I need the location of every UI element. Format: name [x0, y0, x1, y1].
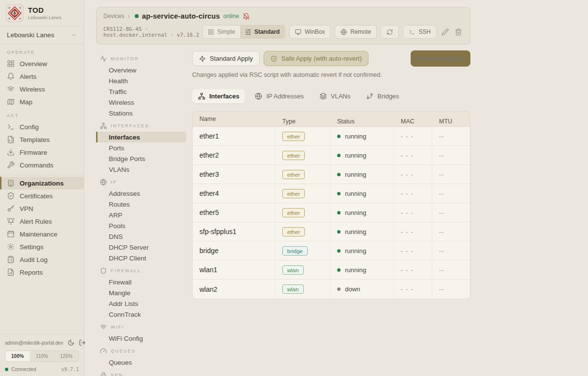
- tab-ip-addresses[interactable]: IP Addresses: [249, 89, 309, 103]
- sidebar-item-map[interactable]: Map: [0, 95, 84, 108]
- mtu-cell: --: [432, 165, 470, 184]
- subnav-item-wifi-config[interactable]: WiFi Config: [96, 333, 186, 344]
- clipboard-icon: [7, 256, 15, 263]
- subnav-item-health[interactable]: Health: [96, 75, 186, 86]
- terminal-icon: [7, 123, 15, 131]
- status-dot: [337, 230, 341, 234]
- sidebar-nav: OPERATE Overview Alerts Wireless Map ACT…: [0, 44, 84, 279]
- table-row[interactable]: wlan1 wlan running - - - --: [193, 260, 470, 280]
- sidebar-item-alerts[interactable]: Alerts: [0, 70, 84, 83]
- sidebar-item-alert-rules[interactable]: Alert Rules: [0, 215, 84, 228]
- grid-icon: [7, 60, 15, 68]
- table-row[interactable]: ether4 ether running - - - --: [193, 184, 470, 203]
- table-row[interactable]: ether3 ether running - - - --: [193, 165, 470, 184]
- mtu-cell: --: [432, 280, 470, 299]
- subnav-item-stations[interactable]: Stations: [96, 108, 186, 118]
- table-header: Name Type Status MAC MTU: [193, 112, 470, 127]
- simple-mode-button[interactable]: Simple: [203, 25, 240, 38]
- zoom-option-110[interactable]: 110%: [30, 351, 54, 361]
- zoom-option-125[interactable]: 125%: [54, 351, 78, 361]
- review-apply-button[interactable]: Review & Apply: [411, 50, 470, 67]
- sidebar-item-maintenance[interactable]: Maintenance: [0, 228, 84, 240]
- table-row[interactable]: wlan2 wlan down - - - --: [193, 280, 470, 299]
- section-label-operate: OPERATE: [0, 45, 84, 57]
- status-dot: [337, 135, 341, 138]
- sidebar-item-settings[interactable]: Settings: [0, 240, 84, 253]
- dark-mode-toggle[interactable]: [68, 339, 74, 346]
- tab-vlans[interactable]: VLANs: [314, 89, 356, 103]
- type-badge: wlan: [282, 284, 304, 294]
- key-icon: [7, 205, 15, 212]
- subnav-item-routes[interactable]: Routes: [96, 199, 186, 210]
- standard-mode-button[interactable]: Standard: [240, 25, 285, 38]
- edit-button[interactable]: [441, 27, 450, 37]
- map-icon: [7, 98, 15, 106]
- subnav-item-conntrack[interactable]: ConnTrack: [96, 309, 186, 320]
- subnav-item-bridge-ports[interactable]: Bridge Ports: [96, 153, 186, 164]
- subnav-item-dhcp-client[interactable]: DHCP Client: [96, 253, 186, 263]
- sidebar-item-certificates[interactable]: Certificates: [0, 189, 84, 202]
- tab-bridges[interactable]: Bridges: [360, 89, 405, 103]
- subnav-item-addr-lists[interactable]: Addr Lists: [96, 298, 186, 309]
- status-dot: [337, 211, 341, 214]
- sidebar-item-templates[interactable]: Templates: [0, 133, 84, 146]
- device-actions: Simple Standard WinBox Remote SSH: [202, 25, 463, 39]
- subnav-item-pools[interactable]: Pools: [96, 220, 186, 231]
- status-cell: running: [330, 241, 393, 260]
- ssh-button[interactable]: SSH: [403, 25, 437, 39]
- brand-subtitle: Lebowski Lanes: [28, 15, 61, 20]
- sidebar-item-wireless[interactable]: Wireless: [0, 83, 84, 95]
- mtu-cell: --: [432, 127, 470, 146]
- zoom-option-100[interactable]: 100%: [5, 351, 30, 361]
- mac-cell: - - -: [393, 280, 432, 299]
- sidebar-item-audit-log[interactable]: Audit Log: [0, 253, 84, 266]
- subnav-item-firewall[interactable]: Firewall: [96, 277, 186, 287]
- standard-apply-button[interactable]: Standard Apply: [192, 51, 260, 66]
- terminal-icon: [409, 29, 415, 35]
- download-icon: [7, 148, 15, 156]
- subnav-item-ports[interactable]: Ports: [96, 142, 186, 153]
- table-row[interactable]: ether5 ether running - - - --: [193, 203, 470, 222]
- remote-button[interactable]: Remote: [335, 25, 377, 39]
- subnav-item-traffic[interactable]: Traffic: [96, 86, 186, 97]
- table-row[interactable]: sfp-sfpplus1 ether running - - - --: [193, 222, 470, 241]
- tab-interfaces[interactable]: Interfaces: [192, 89, 245, 103]
- sidebar-item-firmware[interactable]: Firmware: [0, 146, 84, 159]
- network-icon: [198, 93, 205, 100]
- column-header-name: Name: [193, 116, 275, 122]
- device-header-card: Devices › ap-service-auto-circus online …: [96, 7, 470, 45]
- sidebar-item-vpn[interactable]: VPN: [0, 202, 84, 215]
- sidebar-item-reports[interactable]: Reports: [0, 266, 84, 279]
- safe-apply-button[interactable]: Safe Apply (with auto-revert): [264, 51, 368, 66]
- content-tabs: Interfaces IP Addresses VLANs Bridges: [192, 89, 470, 103]
- sidebar-item-overview[interactable]: Overview: [0, 57, 84, 70]
- bell-off-icon[interactable]: [243, 13, 250, 20]
- refresh-button[interactable]: [381, 25, 399, 39]
- winbox-button[interactable]: WinBox: [289, 25, 331, 39]
- delete-button[interactable]: [454, 27, 463, 37]
- table-row[interactable]: bridge bridge running - - - --: [193, 241, 470, 260]
- subnav-item-dns[interactable]: DNS: [96, 231, 186, 242]
- sliders-icon: [245, 29, 251, 35]
- subnav-item-mangle[interactable]: Mangle: [96, 287, 186, 298]
- subnav-item-arp[interactable]: ARP: [96, 210, 186, 220]
- status-dot: [337, 287, 341, 291]
- subnav-item-dhcp-server[interactable]: DHCP Server: [96, 242, 186, 253]
- breadcrumb[interactable]: Devices: [103, 13, 124, 20]
- user-email: admin@mikrotik-portal.dev: [5, 340, 63, 346]
- table-row[interactable]: ether1 ether running - - - --: [193, 127, 470, 146]
- table-row[interactable]: ether2 ether running - - - --: [193, 146, 470, 165]
- subnav-item-overview[interactable]: Overview: [96, 65, 186, 75]
- subnav-item-queues[interactable]: Queues: [96, 357, 186, 368]
- sidebar-item-organizations[interactable]: Organizations: [0, 177, 84, 189]
- mtu-cell: --: [432, 260, 470, 280]
- device-meta: CRS112-8G-4S · host.docker.internal · v7…: [103, 26, 202, 38]
- sidebar-item-config[interactable]: Config: [0, 120, 84, 133]
- org-selector[interactable]: Lebowski Lanes: [0, 26, 84, 44]
- subnav-item-vlans[interactable]: VLANs: [96, 164, 186, 175]
- subnav-item-interfaces[interactable]: Interfaces: [96, 132, 186, 142]
- sidebar-item-commands[interactable]: Commands: [0, 159, 84, 171]
- subnav-item-wireless[interactable]: Wireless: [96, 97, 186, 108]
- subnav-item-addresses[interactable]: Addresses: [96, 188, 186, 199]
- org-selector-value: Lebowski Lanes: [7, 31, 54, 39]
